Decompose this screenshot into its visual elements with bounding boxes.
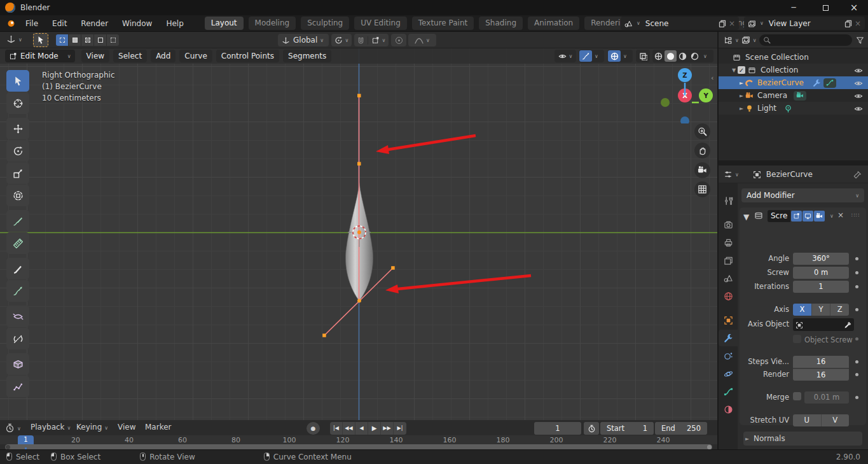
restore-button[interactable]: [811, 0, 839, 15]
view-layer-name[interactable]: View Layer: [769, 19, 844, 28]
screw-field[interactable]: 0 m: [793, 267, 849, 279]
new-view-layer-icon[interactable]: [844, 19, 852, 28]
hide-eye-icon[interactable]: [854, 91, 863, 101]
tool-draw[interactable]: [6, 258, 29, 279]
close-button[interactable]: ×: [840, 0, 868, 15]
tab-modifiers[interactable]: [719, 330, 738, 346]
region-divider[interactable]: [717, 32, 719, 449]
stretch-u-button[interactable]: U: [793, 414, 822, 426]
workspace-tab-texture-paint[interactable]: Texture Paint: [412, 17, 474, 30]
menu-render[interactable]: Render: [74, 17, 115, 31]
workspace-tab-layout[interactable]: Layout: [205, 17, 244, 30]
editor-type-icon[interactable]: ∨: [5, 423, 21, 433]
angle-field[interactable]: 360°: [793, 253, 849, 265]
view-menu[interactable]: View: [118, 423, 135, 432]
toggle-render-icon[interactable]: [814, 211, 825, 221]
select-mode-subtract-icon[interactable]: [81, 34, 93, 46]
blender-menu-icon[interactable]: [6, 18, 16, 28]
tab-physics[interactable]: [719, 365, 738, 382]
use-preview-range-toggle[interactable]: [584, 422, 599, 435]
chevron-down-icon[interactable]: ∨: [760, 20, 764, 26]
axis-y-button[interactable]: Y: [812, 304, 831, 316]
current-frame-marker[interactable]: 1: [18, 435, 34, 444]
menu-window[interactable]: Window: [115, 17, 159, 31]
sidebar-collapse-icon[interactable]: ‹: [711, 74, 713, 82]
object-visibility-dropdown[interactable]: ∨: [555, 50, 576, 62]
editor-type-icon[interactable]: ∨: [724, 35, 739, 45]
tool-extrude[interactable]: [6, 280, 29, 302]
outliner-row-light[interactable]: ► Light: [719, 102, 868, 115]
workspace-tab-modeling[interactable]: Modeling: [249, 17, 296, 30]
proportional-falloff-dropdown[interactable]: ∨: [408, 34, 436, 46]
editor-type-icon[interactable]: ∨: [724, 169, 739, 179]
modifier-extras-dropdown[interactable]: ∨: [830, 213, 834, 219]
viewport-3d[interactable]: Edit Mode ∨ View Select Add Curve Contro…: [0, 48, 717, 420]
keying-menu[interactable]: Keying∨: [76, 423, 108, 432]
panel-expand-icon[interactable]: ▼: [743, 213, 749, 221]
disclosure-icon[interactable]: ►: [738, 93, 745, 99]
modifier-drag-handle[interactable]: ∷∷: [851, 212, 860, 218]
normals-subpanel-header[interactable]: ► Normals: [743, 432, 862, 446]
iterations-field[interactable]: 1: [793, 281, 849, 293]
transform-orientation-dropdown[interactable]: Global ∨: [278, 34, 329, 46]
tool-measure[interactable]: [6, 232, 29, 254]
workspace-tab-animation[interactable]: Animation: [528, 17, 579, 30]
animate-dot[interactable]: [855, 285, 858, 288]
tab-render[interactable]: [719, 216, 738, 233]
merge-checkbox[interactable]: [793, 392, 801, 400]
camera-data-icon[interactable]: [794, 91, 806, 101]
modifier-close-icon[interactable]: ×: [837, 211, 844, 220]
scene-selector[interactable]: ∨ Scene ×: [621, 17, 739, 30]
pivot-point-dropdown[interactable]: ∨: [331, 34, 352, 46]
playback-menu[interactable]: Playback∨: [31, 423, 71, 432]
shading-material-icon[interactable]: [677, 50, 689, 62]
pan-hand-button[interactable]: [694, 143, 710, 158]
tab-scene[interactable]: [719, 270, 738, 286]
snapping-controls[interactable]: ∨: [354, 34, 389, 46]
select-mode-buttons[interactable]: [56, 34, 119, 46]
modifier-wrench-icon[interactable]: [813, 78, 821, 87]
curve-data-icon[interactable]: [823, 78, 836, 88]
new-scene-icon[interactable]: [719, 19, 726, 28]
select-mode-invert-icon[interactable]: [94, 34, 106, 46]
marker-menu[interactable]: Marker: [145, 423, 171, 432]
axis-segmented-control[interactable]: X Y Z: [793, 304, 849, 316]
start-frame-field[interactable]: Start1: [600, 422, 654, 435]
disclosure-icon[interactable]: ►: [738, 80, 745, 86]
axis-z-button[interactable]: Z: [830, 304, 849, 316]
zoom-button[interactable]: [694, 123, 710, 139]
chevron-down-icon[interactable]: ∨: [637, 20, 640, 26]
timeline-ruler[interactable]: 20 40 60 80 100 120 140 160 180 200 220 …: [0, 435, 717, 444]
play-reverse-button[interactable]: ◀: [355, 422, 368, 435]
select-mode-set-icon[interactable]: [56, 34, 68, 46]
menu-curve[interactable]: Curve: [179, 50, 212, 62]
tool-annotate[interactable]: [6, 210, 29, 232]
mode-selector[interactable]: Edit Mode ∨: [5, 50, 75, 62]
row-label[interactable]: BezierCurve: [757, 78, 804, 87]
stretch-v-button[interactable]: V: [822, 414, 850, 426]
tab-material[interactable]: [719, 401, 738, 418]
editor-type-icon[interactable]: ∨: [6, 34, 22, 44]
disclosure-icon[interactable]: ▼: [730, 67, 738, 73]
tool-tilt[interactable]: [6, 328, 29, 349]
modifier-display-toggles[interactable]: [790, 211, 825, 221]
disclosure-icon[interactable]: ►: [738, 106, 745, 111]
workspace-tab-sculpting[interactable]: Sculpting: [301, 17, 349, 30]
tool-cursor[interactable]: [6, 92, 29, 114]
toggle-realtime-icon[interactable]: [803, 211, 813, 221]
shading-solid-icon[interactable]: [665, 50, 677, 62]
menu-segments[interactable]: Segments: [283, 50, 331, 62]
animate-dot[interactable]: [855, 373, 858, 376]
overlays-dropdown[interactable]: ∨: [607, 50, 633, 62]
snap-target-icon[interactable]: ∨: [368, 36, 389, 45]
snap-toggle-magnet-icon[interactable]: [354, 36, 368, 45]
add-modifier-dropdown[interactable]: Add Modifier ∨: [741, 188, 864, 202]
proportional-editing-toggle[interactable]: [391, 34, 406, 46]
tab-view-layer[interactable]: [719, 252, 738, 269]
row-label[interactable]: Light: [757, 104, 776, 113]
menu-view[interactable]: View: [81, 50, 109, 62]
merge-threshold-field[interactable]: 0.01 m: [804, 391, 849, 404]
xray-toggle[interactable]: [636, 50, 650, 62]
row-label[interactable]: Collection: [761, 66, 798, 74]
tab-object[interactable]: [719, 312, 738, 328]
